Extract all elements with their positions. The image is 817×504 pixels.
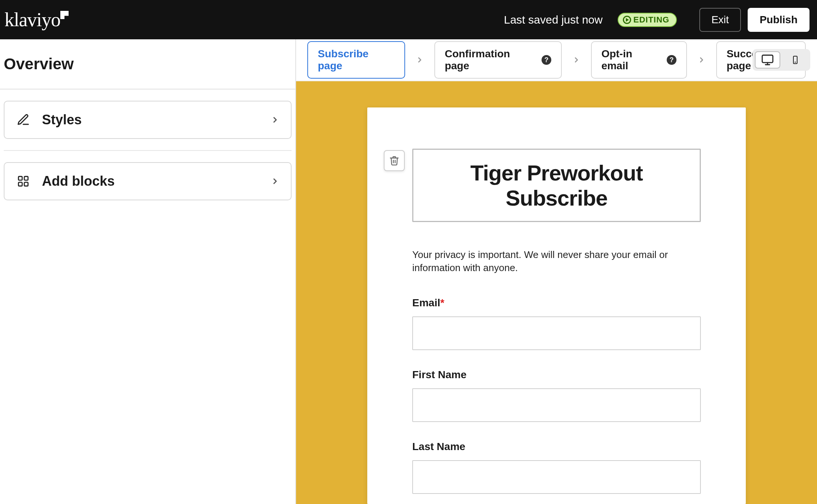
email-field-group[interactable]: Email*	[412, 297, 701, 350]
last-name-input[interactable]	[412, 460, 701, 494]
title-block[interactable]: Tiger Preworkout Subscribe	[412, 149, 701, 222]
sidebar-item-styles[interactable]: Styles	[4, 101, 292, 139]
required-star: *	[440, 297, 444, 309]
last-name-label: Last Name	[412, 441, 701, 453]
help-icon[interactable]: ?	[542, 55, 551, 65]
email-label: Email*	[412, 297, 701, 309]
sidebar-divider	[4, 150, 292, 151]
privacy-text[interactable]: Your privacy is important. We will never…	[412, 248, 701, 274]
step-label: Subscribe page	[318, 48, 395, 72]
sidebar: Overview Styles Add blocks	[0, 39, 296, 504]
delete-block-button[interactable]	[384, 150, 405, 171]
sidebar-item-add-blocks[interactable]: Add blocks	[4, 162, 292, 200]
svg-rect-0	[18, 176, 22, 180]
last-name-field-group[interactable]: Last Name	[412, 441, 701, 494]
svg-rect-4	[762, 55, 773, 63]
exit-button[interactable]: Exit	[699, 8, 741, 32]
step-label: Opt-in email	[602, 48, 661, 72]
chevron-right-icon	[416, 56, 424, 64]
last-saved-text: Last saved just now	[504, 13, 602, 26]
device-toggle	[753, 49, 810, 71]
canvas-area: Tiger Preworkout Subscribe Your privacy …	[296, 81, 817, 504]
sidebar-item-label: Add blocks	[42, 173, 259, 189]
top-bar: klaviyo Last saved just now EDITING Exit…	[0, 0, 817, 39]
step-bar: Subscribe page Confirmation page ? Opt-i…	[296, 39, 817, 81]
status-label: EDITING	[633, 15, 669, 25]
svg-rect-1	[24, 176, 28, 180]
step-confirmation-page[interactable]: Confirmation page ?	[434, 41, 562, 79]
first-name-input[interactable]	[412, 388, 701, 422]
chevron-right-icon	[572, 56, 581, 64]
editing-status-badge: EDITING	[618, 13, 677, 27]
logo-flag-icon	[60, 11, 69, 19]
publish-button[interactable]: Publish	[748, 8, 810, 32]
desktop-view-button[interactable]	[755, 51, 780, 69]
trash-icon	[389, 155, 400, 166]
email-input[interactable]	[412, 316, 701, 350]
email-label-text: Email	[412, 297, 440, 309]
klaviyo-logo: klaviyo	[4, 9, 68, 31]
help-icon[interactable]: ?	[667, 55, 676, 65]
chevron-right-icon	[271, 115, 280, 124]
form-title[interactable]: Tiger Preworkout Subscribe	[425, 160, 688, 210]
grid-icon	[16, 174, 31, 189]
step-optin-email[interactable]: Opt-in email ?	[591, 41, 687, 79]
step-label: Confirmation page	[445, 48, 536, 72]
first-name-field-group[interactable]: First Name	[412, 369, 701, 422]
mobile-view-button[interactable]	[783, 51, 808, 69]
sidebar-item-label: Styles	[42, 112, 259, 128]
svg-rect-3	[18, 182, 22, 186]
play-icon	[623, 16, 631, 24]
desktop-icon	[761, 54, 774, 66]
pencil-icon	[16, 112, 31, 127]
chevron-right-icon	[271, 177, 280, 186]
first-name-label: First Name	[412, 369, 701, 381]
mobile-icon	[791, 54, 800, 66]
sidebar-title: Overview	[0, 39, 295, 89]
form-card[interactable]: Tiger Preworkout Subscribe Your privacy …	[367, 107, 746, 504]
logo-text: klaviyo	[4, 9, 60, 30]
svg-rect-2	[24, 182, 28, 186]
chevron-right-icon	[697, 56, 706, 64]
step-subscribe-page[interactable]: Subscribe page	[307, 41, 405, 79]
